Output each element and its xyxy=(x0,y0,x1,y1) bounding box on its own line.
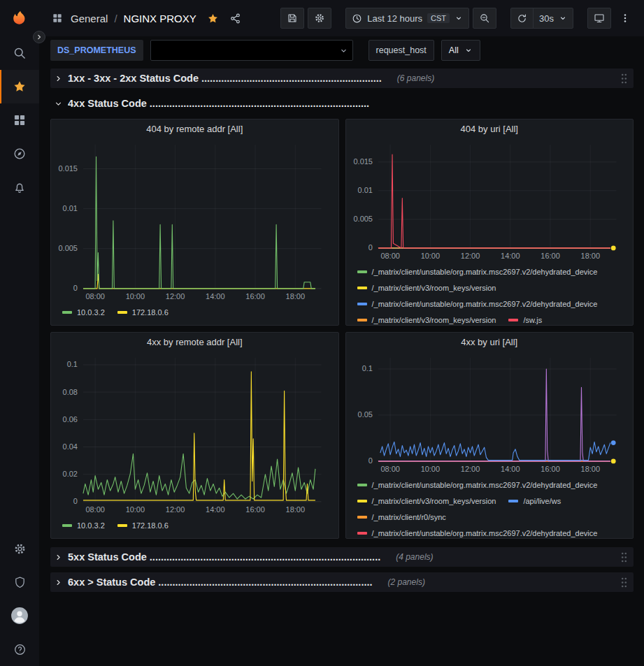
sidebar-item-alerting[interactable] xyxy=(0,171,39,204)
row-toggle-6xx[interactable]: 6xx > Status Code ......................… xyxy=(55,577,619,588)
svg-text:18:00: 18:00 xyxy=(286,505,305,514)
refresh-button[interactable] xyxy=(510,8,534,29)
legend-item[interactable]: /_matrix/client/unstable/org.matrix.msc2… xyxy=(357,268,598,276)
share-icon xyxy=(229,13,241,24)
zoom-out-button[interactable] xyxy=(473,8,496,29)
svg-text:12:00: 12:00 xyxy=(460,252,479,260)
legend-label: /_matrix/client/unstable/org.matrix.msc2… xyxy=(372,268,598,276)
sidebar-item-search[interactable] xyxy=(0,36,39,70)
bell-icon xyxy=(13,180,27,194)
row-drag-handle[interactable] xyxy=(619,550,629,565)
series-color-swatch xyxy=(357,484,367,486)
row-title: 4xx Status Code ........................… xyxy=(68,98,369,109)
series-color-swatch xyxy=(357,270,367,273)
grafana-logo[interactable] xyxy=(0,0,39,36)
legend-label: /_matrix/client/v3/room_keys/version xyxy=(372,316,496,324)
time-range-picker[interactable]: Last 12 hours CST xyxy=(345,8,469,29)
sidebar-expand-button[interactable] xyxy=(33,31,45,43)
share-dashboard-button[interactable] xyxy=(229,13,241,24)
sidebar-item-server-admin[interactable] xyxy=(0,565,39,599)
legend-item[interactable]: /_matrix/client/r0/sync xyxy=(357,513,446,521)
panel-404-by-uri: 404 by uri [All]08:0010:0012:0014:0016:0… xyxy=(345,119,634,326)
dashboard-settings-button[interactable] xyxy=(308,8,331,29)
row-toggle-5xx[interactable]: 5xx Status Code ........................… xyxy=(55,551,619,563)
svg-text:0.02: 0.02 xyxy=(63,470,78,478)
legend-item[interactable]: 172.18.0.6 xyxy=(117,308,169,317)
legend-item[interactable]: /_matrix/client/unstable/org.matrix.msc2… xyxy=(357,481,598,489)
svg-text:12:00: 12:00 xyxy=(460,465,479,473)
row-panel-count: (4 panels) xyxy=(396,552,433,562)
row-title: 1xx - 3xx - 2xx Status Code ............… xyxy=(68,73,382,84)
sidebar-item-help[interactable] xyxy=(0,632,39,666)
row-panel-count: (2 panels) xyxy=(388,577,425,587)
svg-text:0: 0 xyxy=(368,243,372,252)
legend-label: /_matrix/client/unstable/org.matrix.msc2… xyxy=(372,300,598,308)
svg-text:10:00: 10:00 xyxy=(126,292,145,301)
svg-text:0.04: 0.04 xyxy=(63,442,78,451)
sidebar-item-explore[interactable] xyxy=(0,137,39,171)
panel-4xx-by-remote-addr: 4xx by remote addr [All]08:0010:0012:001… xyxy=(50,332,339,539)
legend-item[interactable]: 172.18.0.6 xyxy=(117,521,169,530)
row-6xx: 6xx > Status Code ......................… xyxy=(50,572,634,592)
favorite-star-button[interactable] xyxy=(207,13,219,24)
legend-item[interactable]: /_matrix/client/v3/room_keys/version xyxy=(357,497,496,505)
timeseries-chart[interactable]: 08:0010:0012:0014:0016:0018:0000.0050.01… xyxy=(55,139,334,303)
kebab-menu-button[interactable] xyxy=(615,8,636,29)
row-toggle-1xx[interactable]: 1xx - 3xx - 2xx Status Code ............… xyxy=(55,73,619,84)
host-variable-select[interactable] xyxy=(150,40,353,61)
series-color-swatch xyxy=(357,319,367,321)
chevron-right-icon xyxy=(55,75,62,82)
svg-text:0.015: 0.015 xyxy=(353,157,372,166)
legend-item[interactable]: /_matrix/client/v3/room_keys/version xyxy=(357,316,496,324)
row-5xx: 5xx Status Code ........................… xyxy=(50,547,634,567)
topbar: General / NGINX PROXY Last 12 hours CST xyxy=(39,0,644,36)
series-color-swatch xyxy=(357,287,367,289)
svg-text:16:00: 16:00 xyxy=(245,505,264,514)
legend-item[interactable]: /api/live/ws xyxy=(508,497,561,505)
chevron-down-icon xyxy=(464,46,473,55)
sidebar-item-starred[interactable] xyxy=(0,70,39,103)
svg-text:0.06: 0.06 xyxy=(63,415,78,424)
panel-title[interactable]: 4xx by remote addr [All] xyxy=(51,333,338,352)
chevron-right-icon xyxy=(55,579,62,586)
sidebar-item-configuration[interactable] xyxy=(0,532,39,565)
row-drag-handle[interactable] xyxy=(619,575,629,590)
svg-text:12:00: 12:00 xyxy=(166,292,185,301)
row-toggle-4xx[interactable]: 4xx Status Code ........................… xyxy=(55,98,629,109)
sidebar-item-profile[interactable] xyxy=(0,599,39,632)
timeseries-chart[interactable]: 08:0010:0012:0014:0016:0018:0000.0050.01… xyxy=(350,139,629,262)
timeseries-chart[interactable]: 08:0010:0012:0014:0016:0018:0000.050.1 xyxy=(350,352,629,475)
legend-label: /_matrix/client/unstable/org.matrix.msc2… xyxy=(372,481,598,489)
legend-item[interactable]: 10.0.3.2 xyxy=(62,308,105,317)
row-drag-handle[interactable] xyxy=(619,71,629,86)
legend-label: /api/live/ws xyxy=(523,497,561,505)
panel-title[interactable]: 4xx by uri [All] xyxy=(346,333,634,352)
compass-icon xyxy=(13,147,27,161)
timeseries-chart[interactable]: 08:0010:0012:0014:0016:0018:0000.020.040… xyxy=(55,352,334,516)
legend-item[interactable]: /sw.js xyxy=(508,316,542,324)
breadcrumb-folder[interactable]: General xyxy=(71,13,108,24)
svg-text:08:00: 08:00 xyxy=(85,505,104,514)
svg-text:0.005: 0.005 xyxy=(59,244,78,252)
save-dashboard-button[interactable] xyxy=(280,8,304,29)
svg-text:08:00: 08:00 xyxy=(380,252,399,260)
panel-legend: /_matrix/client/unstable/org.matrix.msc2… xyxy=(346,262,634,325)
sidebar-item-dashboards[interactable] xyxy=(0,103,39,137)
svg-text:14:00: 14:00 xyxy=(501,465,520,473)
tv-mode-button[interactable] xyxy=(587,8,611,29)
legend-item[interactable]: /_matrix/client/unstable/org.matrix.msc2… xyxy=(357,529,598,537)
request-host-select[interactable]: All xyxy=(441,40,480,61)
legend-item[interactable]: 10.0.3.2 xyxy=(62,521,105,530)
svg-text:0.1: 0.1 xyxy=(362,364,372,372)
legend-label: /_matrix/client/r0/sync xyxy=(372,513,446,521)
series-color-swatch xyxy=(508,319,518,321)
row-title: 6xx > Status Code ......................… xyxy=(68,577,373,588)
svg-text:14:00: 14:00 xyxy=(206,505,224,514)
svg-text:0.1: 0.1 xyxy=(67,360,78,368)
legend-item[interactable]: /_matrix/client/unstable/org.matrix.msc2… xyxy=(357,300,598,308)
legend-item[interactable]: /_matrix/client/v3/room_keys/version xyxy=(357,284,496,292)
dashboard-title[interactable]: NGINX PROXY xyxy=(124,13,196,24)
panel-title[interactable]: 404 by remote addr [All] xyxy=(51,120,338,139)
panel-title[interactable]: 404 by uri [All] xyxy=(346,120,634,139)
refresh-interval-dropdown[interactable]: 30s xyxy=(533,8,573,29)
